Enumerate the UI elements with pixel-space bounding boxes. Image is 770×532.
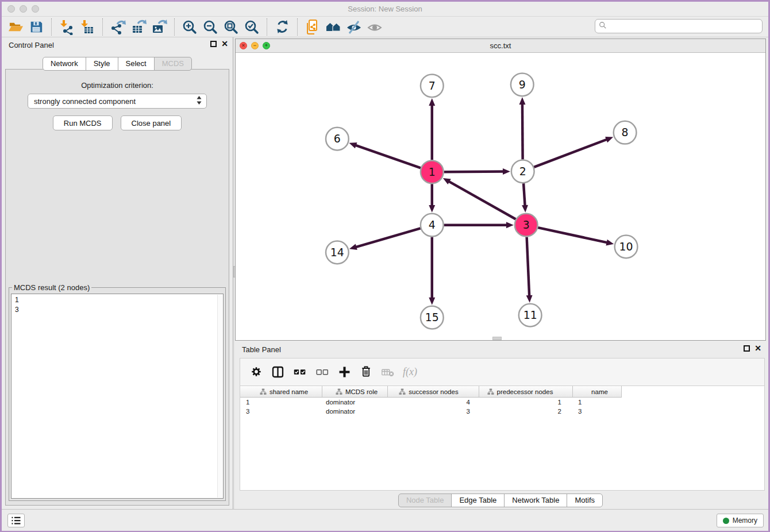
- tree-icon: [260, 388, 267, 395]
- delete-column-trash-icon[interactable]: [359, 365, 373, 379]
- table-panel-inner: f(x) shared name MCDS role successor nod…: [240, 358, 765, 491]
- graph-edge-arrowhead: [605, 137, 613, 142]
- mcds-result-list[interactable]: 1 3: [11, 294, 224, 499]
- mcds-panel-body: Optimization criterion: strongly connect…: [5, 69, 229, 506]
- tab-network-table[interactable]: Network Table: [504, 494, 567, 507]
- select-all-rows-icon[interactable]: [292, 364, 307, 379]
- graph-edge-arrowhead: [519, 97, 526, 105]
- show-columns-icon[interactable]: [271, 365, 285, 379]
- memory-button[interactable]: Memory: [717, 514, 764, 527]
- graph-edge-2-8[interactable]: [534, 139, 608, 167]
- tab-node-table[interactable]: Node Table: [398, 494, 452, 507]
- toolbar-separator: [297, 18, 298, 36]
- table-panel: Table Panel ✕: [235, 342, 766, 509]
- open-file-icon[interactable]: [5, 18, 26, 36]
- hide-selected-eye-icon[interactable]: [344, 18, 364, 36]
- tab-motifs[interactable]: Motifs: [567, 494, 603, 507]
- network-window-titlebar: × − + scc.txt: [236, 39, 765, 53]
- task-history-button[interactable]: [7, 514, 25, 527]
- column-header-predecessor-nodes[interactable]: predecessor nodes: [479, 386, 573, 397]
- right-column: × − + scc.txt 7968124314101511 Table Pan…: [235, 37, 766, 509]
- result-scrollbar[interactable]: [217, 295, 222, 498]
- status-bar: Memory: [2, 509, 768, 531]
- graph-edge-arrowhead: [506, 222, 514, 228]
- canvas-resize-handle[interactable]: [492, 337, 502, 340]
- table-settings-gear-icon[interactable]: [249, 365, 263, 379]
- graph-edge-3-11[interactable]: [527, 237, 530, 297]
- cell-shared-name: 1: [240, 399, 322, 406]
- column-header-mcds-role[interactable]: MCDS role: [322, 386, 388, 397]
- optimization-criterion-select[interactable]: strongly connected component: [28, 94, 207, 109]
- graph-edge-3-10[interactable]: [538, 228, 608, 243]
- save-session-icon[interactable]: [26, 18, 47, 36]
- export-table-icon[interactable]: [128, 18, 149, 36]
- float-panel-icon[interactable]: [210, 41, 217, 47]
- cell-shared-name: 3: [240, 408, 322, 415]
- export-image-icon[interactable]: [149, 18, 170, 36]
- column-header-successor-nodes[interactable]: successor nodes: [388, 386, 479, 397]
- tab-edge-table[interactable]: Edge Table: [451, 494, 505, 507]
- mcds-result-title: MCDS result (2 nodes): [12, 283, 91, 292]
- function-builder-icon[interactable]: f(x): [403, 366, 417, 378]
- main-area: Control Panel ✕ Network Style Select MCD…: [2, 37, 768, 509]
- graph-edge-1-6[interactable]: [355, 145, 421, 168]
- import-table-icon[interactable]: [77, 18, 98, 36]
- table-toolbar: f(x): [240, 358, 764, 385]
- graph-edge-3-1[interactable]: [448, 181, 515, 219]
- cell-mcds-role: dominator: [322, 408, 388, 415]
- list-icon: [11, 516, 21, 525]
- clone-network-icon[interactable]: [302, 18, 323, 36]
- network-graph[interactable]: 7968124314101511: [236, 53, 765, 340]
- tab-select[interactable]: Select: [118, 57, 155, 71]
- graph-edge-arrowhead: [522, 205, 528, 213]
- graph-edge-2-9[interactable]: [522, 103, 523, 159]
- run-mcds-button[interactable]: Run MCDS: [53, 115, 113, 130]
- tab-style[interactable]: Style: [86, 57, 118, 71]
- toolbar-separator: [102, 18, 103, 36]
- zoom-fit-icon[interactable]: [221, 18, 241, 36]
- tree-icon: [487, 388, 494, 395]
- float-table-panel-icon[interactable]: [744, 345, 750, 352]
- tab-mcds[interactable]: MCDS: [154, 57, 192, 71]
- graph-node-label: 7: [429, 79, 436, 92]
- close-panel-icon[interactable]: ✕: [221, 41, 228, 47]
- cell-mcds-role: dominator: [322, 399, 388, 406]
- network-window: × − + scc.txt 7968124314101511: [235, 38, 766, 341]
- add-column-icon[interactable]: [337, 365, 352, 379]
- deselect-all-rows-icon[interactable]: [315, 364, 330, 379]
- graph-edge-arrowhead: [349, 244, 357, 249]
- table-row[interactable]: 1 dominator 4 1 1: [240, 398, 622, 407]
- zoom-out-icon[interactable]: [200, 18, 221, 36]
- graph-edge-arrowhead: [606, 240, 614, 246]
- cell-predecessor-nodes: 2: [479, 408, 573, 415]
- close-panel-button[interactable]: Close panel: [121, 115, 182, 130]
- houses-icon[interactable]: [323, 18, 344, 36]
- zoom-in-icon[interactable]: [179, 18, 200, 36]
- zoom-selected-icon[interactable]: [241, 18, 262, 36]
- delete-table-icon[interactable]: [380, 364, 395, 379]
- refresh-icon[interactable]: [272, 18, 292, 36]
- optimization-criterion-label: Optimization criterion:: [6, 81, 229, 90]
- memory-status-icon: [723, 518, 729, 524]
- graph-edge-4-14[interactable]: [355, 228, 420, 247]
- import-network-icon[interactable]: [56, 18, 77, 36]
- graph-edge-arrowhead: [349, 142, 357, 148]
- graph-edge-arrowhead: [503, 168, 510, 175]
- mcds-result-line: 1: [15, 295, 220, 305]
- toolbar-separator: [267, 18, 267, 36]
- toolbar-separator: [174, 18, 175, 36]
- graph-edge-1-2[interactable]: [444, 171, 505, 172]
- column-header-name[interactable]: name: [573, 386, 622, 397]
- graph-edge-2-3[interactable]: [523, 183, 525, 207]
- cell-name: 3: [573, 408, 622, 415]
- column-header-shared-name[interactable]: shared name: [240, 386, 322, 397]
- export-network-icon[interactable]: [107, 18, 128, 36]
- close-table-panel-icon[interactable]: ✕: [754, 345, 761, 352]
- network-canvas[interactable]: 7968124314101511: [236, 53, 765, 340]
- control-panel-title: Control Panel: [9, 41, 54, 49]
- tab-network[interactable]: Network: [43, 57, 86, 71]
- search-input[interactable]: [607, 22, 762, 30]
- show-all-eye-icon[interactable]: [364, 18, 385, 36]
- table-row[interactable]: 3 dominator 3 2 3: [240, 407, 622, 416]
- graph-node-label: 4: [429, 218, 436, 231]
